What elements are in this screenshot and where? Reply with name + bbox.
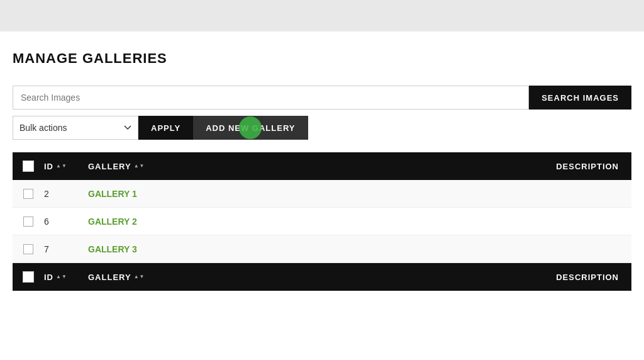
row-gallery-3[interactable]: GALLERY 3 xyxy=(88,244,214,254)
row-gallery-2[interactable]: GALLERY 2 xyxy=(88,217,214,227)
row-id-2: 6 xyxy=(38,217,88,227)
row-gallery-1[interactable]: GALLERY 1 xyxy=(88,189,214,199)
table-header-row: ID ▲▼ GALLERY ▲▼ DESCRIPTION xyxy=(13,152,631,180)
search-input[interactable] xyxy=(13,86,529,110)
bulk-actions-select[interactable]: Bulk actions xyxy=(13,116,138,140)
footer-header-checkbox[interactable] xyxy=(19,271,38,283)
footer-gallery-sort-icon[interactable]: ▲▼ xyxy=(134,274,145,279)
add-gallery-button[interactable]: ADD NEW GALLERY xyxy=(193,116,308,140)
header-id: ID ▲▼ xyxy=(38,162,88,171)
row-checkbox-3[interactable] xyxy=(19,244,38,254)
search-images-button[interactable]: SEARCH IMAGES xyxy=(529,86,631,110)
footer-select-all-checkbox[interactable] xyxy=(23,271,34,283)
table-row: 7 GALLERY 3 xyxy=(13,235,631,263)
select-all-checkbox[interactable] xyxy=(23,160,34,172)
row-id-1: 2 xyxy=(38,189,88,199)
footer-header-description: DESCRIPTION xyxy=(214,273,625,282)
footer-id-sort-icon[interactable]: ▲▼ xyxy=(56,274,67,279)
actions-row: Bulk actions APPLY ADD NEW GALLERY xyxy=(13,116,631,140)
page-title: MANAGE GALLERIES xyxy=(13,50,631,67)
table-row: 2 GALLERY 1 xyxy=(13,180,631,208)
gallery-sort-icon[interactable]: ▲▼ xyxy=(134,164,145,169)
row-checkbox-1[interactable] xyxy=(19,189,38,199)
footer-header-gallery: GALLERY ▲▼ xyxy=(88,273,214,282)
table-footer-header-row: ID ▲▼ GALLERY ▲▼ DESCRIPTION xyxy=(13,263,631,291)
main-content: MANAGE GALLERIES SEARCH IMAGES Bulk acti… xyxy=(0,31,644,360)
apply-button[interactable]: APPLY xyxy=(138,116,193,140)
top-bar xyxy=(0,0,644,31)
header-checkbox[interactable] xyxy=(19,160,38,172)
gallery-table: ID ▲▼ GALLERY ▲▼ DESCRIPTION 2 GALLERY 1 xyxy=(13,152,631,291)
footer-header-id: ID ▲▼ xyxy=(38,273,88,282)
row-checkbox-2[interactable] xyxy=(19,217,38,227)
header-gallery: GALLERY ▲▼ xyxy=(88,162,214,171)
search-row: SEARCH IMAGES xyxy=(13,86,631,110)
row-id-3: 7 xyxy=(38,244,88,254)
header-description: DESCRIPTION xyxy=(214,162,625,171)
table-row: 6 GALLERY 2 xyxy=(13,208,631,235)
id-sort-icon[interactable]: ▲▼ xyxy=(56,164,67,169)
